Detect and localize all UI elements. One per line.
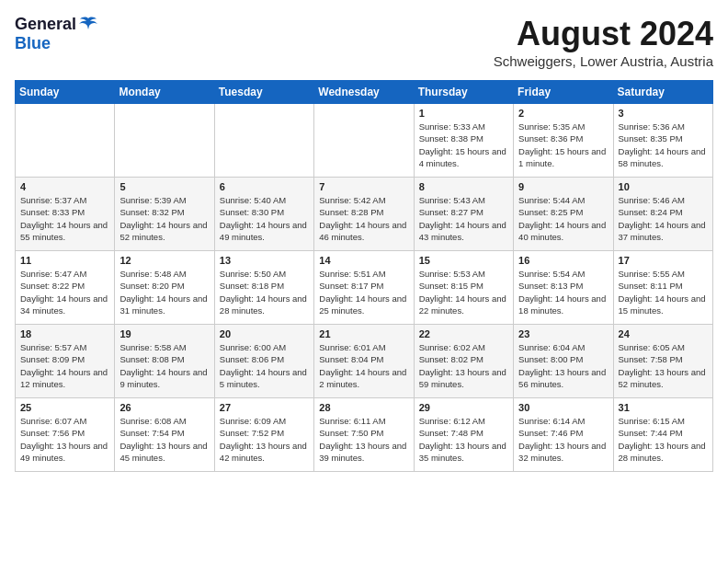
day-number: 9	[518, 181, 608, 192]
cell-w5-d6: 31Sunrise: 6:15 AM Sunset: 7:44 PM Dayli…	[613, 398, 712, 472]
day-number: 15	[419, 255, 508, 266]
cell-w2-d0: 4Sunrise: 5:37 AM Sunset: 8:33 PM Daylig…	[16, 178, 115, 251]
cell-w1-d4: 1Sunrise: 5:33 AM Sunset: 8:38 PM Daylig…	[414, 104, 513, 178]
cell-w2-d5: 9Sunrise: 5:44 AM Sunset: 8:25 PM Daylig…	[514, 178, 613, 251]
day-info: Sunrise: 5:50 AM Sunset: 8:18 PM Dayligh…	[220, 268, 309, 316]
cell-w4-d6: 24Sunrise: 6:05 AM Sunset: 7:58 PM Dayli…	[613, 325, 712, 398]
weekday-header-row: Sunday Monday Tuesday Wednesday Thursday…	[16, 81, 713, 104]
day-number: 27	[220, 402, 309, 413]
day-number: 20	[220, 328, 309, 339]
day-number: 8	[419, 181, 508, 192]
cell-w3-d5: 16Sunrise: 5:54 AM Sunset: 8:13 PM Dayli…	[514, 251, 613, 325]
day-info: Sunrise: 6:11 AM Sunset: 7:50 PM Dayligh…	[319, 415, 408, 464]
cell-w4-d2: 20Sunrise: 6:00 AM Sunset: 8:06 PM Dayli…	[214, 325, 313, 398]
cell-w3-d2: 13Sunrise: 5:50 AM Sunset: 8:18 PM Dayli…	[214, 251, 313, 325]
header-tuesday: Tuesday	[214, 81, 313, 104]
logo-bird-icon	[78, 17, 98, 33]
day-number: 23	[518, 328, 608, 339]
day-number: 14	[319, 255, 408, 266]
cell-w2-d2: 6Sunrise: 5:40 AM Sunset: 8:30 PM Daylig…	[214, 178, 313, 251]
cell-w1-d0	[16, 104, 115, 178]
day-number: 21	[319, 328, 408, 339]
logo-general: General	[15, 15, 76, 34]
day-number: 31	[619, 402, 708, 413]
calendar-title: August 2024	[494, 15, 713, 53]
cell-w5-d4: 29Sunrise: 6:12 AM Sunset: 7:48 PM Dayli…	[414, 398, 513, 472]
day-info: Sunrise: 5:37 AM Sunset: 8:33 PM Dayligh…	[20, 194, 109, 243]
day-number: 30	[518, 402, 608, 413]
cell-w3-d0: 11Sunrise: 5:47 AM Sunset: 8:22 PM Dayli…	[16, 251, 115, 325]
day-number: 17	[619, 255, 708, 266]
day-info: Sunrise: 6:01 AM Sunset: 8:04 PM Dayligh…	[319, 341, 408, 390]
header-monday: Monday	[115, 81, 214, 104]
day-info: Sunrise: 6:15 AM Sunset: 7:44 PM Dayligh…	[619, 415, 708, 464]
day-info: Sunrise: 6:12 AM Sunset: 7:48 PM Dayligh…	[419, 415, 508, 464]
week-row-5: 25Sunrise: 6:07 AM Sunset: 7:56 PM Dayli…	[16, 398, 713, 472]
cell-w2-d3: 7Sunrise: 5:42 AM Sunset: 8:28 PM Daylig…	[314, 178, 414, 251]
cell-w5-d0: 25Sunrise: 6:07 AM Sunset: 7:56 PM Dayli…	[16, 398, 115, 472]
cell-w1-d1	[115, 104, 214, 178]
header-thursday: Thursday	[414, 81, 513, 104]
cell-w4-d4: 22Sunrise: 6:02 AM Sunset: 8:02 PM Dayli…	[414, 325, 513, 398]
cell-w3-d3: 14Sunrise: 5:51 AM Sunset: 8:17 PM Dayli…	[314, 251, 414, 325]
day-info: Sunrise: 6:08 AM Sunset: 7:54 PM Dayligh…	[119, 415, 209, 464]
week-row-2: 4Sunrise: 5:37 AM Sunset: 8:33 PM Daylig…	[16, 178, 713, 251]
day-info: Sunrise: 5:47 AM Sunset: 8:22 PM Dayligh…	[20, 268, 109, 316]
day-number: 28	[319, 402, 408, 413]
day-number: 1	[419, 108, 508, 119]
cell-w1-d2	[214, 104, 313, 178]
calendar-subtitle: Schweiggers, Lower Austria, Austria	[494, 53, 713, 69]
day-info: Sunrise: 5:33 AM Sunset: 8:38 PM Dayligh…	[419, 121, 508, 169]
day-number: 3	[619, 108, 708, 119]
day-number: 6	[220, 181, 309, 192]
cell-w5-d5: 30Sunrise: 6:14 AM Sunset: 7:46 PM Dayli…	[514, 398, 613, 472]
week-row-3: 11Sunrise: 5:47 AM Sunset: 8:22 PM Dayli…	[16, 251, 713, 325]
day-info: Sunrise: 6:04 AM Sunset: 8:00 PM Dayligh…	[518, 341, 608, 390]
week-row-1: 1Sunrise: 5:33 AM Sunset: 8:38 PM Daylig…	[16, 104, 713, 178]
cell-w4-d1: 19Sunrise: 5:58 AM Sunset: 8:08 PM Dayli…	[115, 325, 214, 398]
day-number: 5	[119, 181, 209, 192]
header-friday: Friday	[514, 81, 613, 104]
day-number: 11	[20, 255, 109, 266]
cell-w3-d1: 12Sunrise: 5:48 AM Sunset: 8:20 PM Dayli…	[115, 251, 214, 325]
cell-w5-d1: 26Sunrise: 6:08 AM Sunset: 7:54 PM Dayli…	[115, 398, 214, 472]
day-info: Sunrise: 5:48 AM Sunset: 8:20 PM Dayligh…	[119, 268, 209, 316]
week-row-4: 18Sunrise: 5:57 AM Sunset: 8:09 PM Dayli…	[16, 325, 713, 398]
day-number: 16	[518, 255, 608, 266]
day-info: Sunrise: 6:09 AM Sunset: 7:52 PM Dayligh…	[220, 415, 309, 464]
cell-w1-d5: 2Sunrise: 5:35 AM Sunset: 8:36 PM Daylig…	[514, 104, 613, 178]
cell-w4-d0: 18Sunrise: 5:57 AM Sunset: 8:09 PM Dayli…	[16, 325, 115, 398]
day-info: Sunrise: 5:36 AM Sunset: 8:35 PM Dayligh…	[619, 121, 708, 169]
day-info: Sunrise: 5:39 AM Sunset: 8:32 PM Dayligh…	[119, 194, 209, 243]
cell-w2-d4: 8Sunrise: 5:43 AM Sunset: 8:27 PM Daylig…	[414, 178, 513, 251]
day-number: 19	[119, 328, 209, 339]
header-sunday: Sunday	[16, 81, 115, 104]
logo-blue: Blue	[15, 34, 51, 52]
cell-w5-d3: 28Sunrise: 6:11 AM Sunset: 7:50 PM Dayli…	[314, 398, 414, 472]
cell-w3-d4: 15Sunrise: 5:53 AM Sunset: 8:15 PM Dayli…	[414, 251, 513, 325]
day-info: Sunrise: 6:07 AM Sunset: 7:56 PM Dayligh…	[20, 415, 109, 464]
header-saturday: Saturday	[613, 81, 712, 104]
day-info: Sunrise: 5:44 AM Sunset: 8:25 PM Dayligh…	[518, 194, 608, 243]
day-info: Sunrise: 6:05 AM Sunset: 7:58 PM Dayligh…	[619, 341, 708, 390]
cell-w1-d3	[314, 104, 414, 178]
cell-w1-d6: 3Sunrise: 5:36 AM Sunset: 8:35 PM Daylig…	[613, 104, 712, 178]
day-info: Sunrise: 6:00 AM Sunset: 8:06 PM Dayligh…	[220, 341, 309, 390]
day-info: Sunrise: 5:42 AM Sunset: 8:28 PM Dayligh…	[319, 194, 408, 243]
day-number: 10	[619, 181, 708, 192]
day-number: 7	[319, 181, 408, 192]
header-wednesday: Wednesday	[314, 81, 414, 104]
title-area: August 2024 Schweiggers, Lower Austria, …	[494, 15, 713, 69]
day-info: Sunrise: 5:55 AM Sunset: 8:11 PM Dayligh…	[619, 268, 708, 316]
day-number: 29	[419, 402, 508, 413]
day-number: 22	[419, 328, 508, 339]
day-info: Sunrise: 5:53 AM Sunset: 8:15 PM Dayligh…	[419, 268, 508, 316]
logo: General Blue	[15, 15, 98, 53]
day-info: Sunrise: 6:14 AM Sunset: 7:46 PM Dayligh…	[518, 415, 608, 464]
calendar-table: Sunday Monday Tuesday Wednesday Thursday…	[15, 80, 713, 472]
day-number: 26	[119, 402, 209, 413]
cell-w2-d1: 5Sunrise: 5:39 AM Sunset: 8:32 PM Daylig…	[115, 178, 214, 251]
day-number: 2	[518, 108, 608, 119]
day-info: Sunrise: 5:43 AM Sunset: 8:27 PM Dayligh…	[419, 194, 508, 243]
day-number: 24	[619, 328, 708, 339]
